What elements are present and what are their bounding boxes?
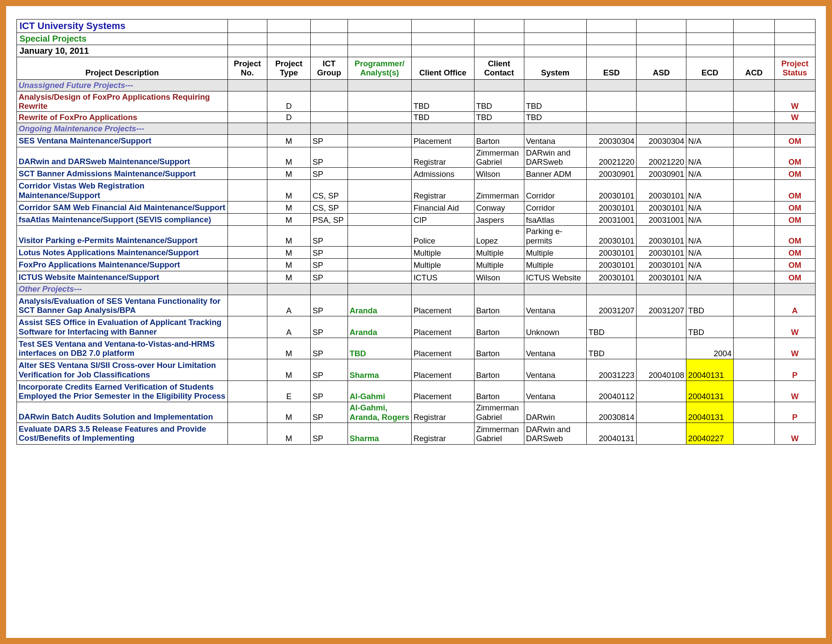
table-row: SCT Banner Admissions Maintenance/Suppor…	[17, 168, 816, 180]
hdr-contact: Client Contact	[474, 57, 524, 80]
cell-desc[interactable]: Analysis/Design of FoxPro Applications R…	[17, 91, 228, 112]
table-row: Alter SES Ventana SI/SII Cross-over Hour…	[17, 359, 816, 381]
table-row: Corridor SAM Web Financial Aid Maintenan…	[17, 201, 816, 213]
cell-system[interactable]: TBD	[524, 91, 586, 112]
cell-ptype[interactable]: D	[267, 91, 310, 112]
hdr-pno: Project No.	[228, 57, 267, 80]
table-row: Evaluate DARS 3.5 Release Features and P…	[17, 423, 816, 444]
cell-status[interactable]: W	[774, 91, 815, 112]
table-row: Analysis/Design of FoxPro Applications R…	[17, 91, 816, 112]
table-row: Test SES Ventana and Ventana-to-Vistas-a…	[17, 338, 816, 359]
title-row-2: Special Projects	[17, 33, 816, 45]
cell-ecd-highlighted[interactable]: 20040131	[686, 381, 734, 402]
table-row: Incorporate Credits Earned Verification …	[17, 381, 816, 402]
cell-ecd-highlighted[interactable]: 20040227	[686, 423, 734, 444]
cell-acd[interactable]	[734, 91, 774, 112]
table-row: DARwin and DARSweb Maintenance/Support M…	[17, 147, 816, 168]
table-row: DARwin Batch Audits Solution and Impleme…	[17, 402, 816, 423]
hdr-acd: ACD	[734, 57, 774, 80]
subtitle: Special Projects	[17, 33, 228, 45]
section-unassigned: Unassigned Future Projects---	[17, 79, 816, 91]
hdr-prog: Programmer/ Analyst(s)	[348, 57, 411, 80]
hdr-system: System	[524, 57, 586, 80]
cell-contact[interactable]: TBD	[474, 91, 524, 112]
header-row: Project Description Project No. Project …	[17, 57, 816, 80]
hdr-asd: ASD	[637, 57, 686, 80]
section-other: Other Projects---	[17, 283, 816, 295]
table-row: ICTUS Website Maintenance/Support M SP I…	[17, 271, 816, 283]
hdr-esd: ESD	[587, 57, 637, 80]
cell-ecd[interactable]	[686, 91, 734, 112]
section-label: Other Projects---	[17, 283, 228, 295]
table-row: Analysis/Evaluation of SES Ventana Funct…	[17, 295, 816, 316]
section-label: Unassigned Future Projects---	[17, 79, 228, 91]
cell-asd[interactable]	[637, 91, 686, 112]
hdr-ecd: ECD	[686, 57, 734, 80]
hdr-grp: ICT Group	[311, 57, 348, 80]
table-row: Rewrite of FoxPro Applications D TBD TBD…	[17, 112, 816, 123]
cell-prog[interactable]	[348, 91, 411, 112]
hdr-office: Client Office	[412, 57, 474, 80]
cell-ecd-highlighted[interactable]: 20040131	[686, 359, 734, 381]
hdr-status: Project Status	[774, 57, 815, 80]
table-row: FoxPro Applications Maintenance/Support …	[17, 259, 816, 271]
hdr-ptype: Project Type	[267, 57, 310, 80]
cell-esd[interactable]	[587, 91, 637, 112]
section-label: Ongoing Maintenance Projects---	[17, 123, 228, 135]
table-row: fsaAtlas Maintenance/Support (SEVIS comp…	[17, 214, 816, 226]
spreadsheet-page: ICT University Systems Special Projects …	[0, 0, 832, 644]
title-row-3: January 10, 2011	[17, 45, 816, 57]
cell-ecd-highlighted[interactable]: 20040131	[686, 402, 734, 423]
section-ongoing: Ongoing Maintenance Projects---	[17, 123, 816, 135]
table-row: Corridor Vistas Web Registration Mainten…	[17, 180, 816, 202]
table-row: Lotus Notes Applications Maintenance/Sup…	[17, 246, 816, 258]
hdr-desc: Project Description	[17, 57, 228, 80]
report-date: January 10, 2011	[17, 45, 228, 57]
table-row: Assist SES Office in Evaluation of Appli…	[17, 316, 816, 338]
table-row: Visitor Parking e-Permits Maintenance/Su…	[17, 226, 816, 247]
cell-desc[interactable]: Rewrite of FoxPro Applications	[17, 112, 228, 123]
org-title: ICT University Systems	[17, 20, 228, 33]
cell-pno[interactable]	[228, 91, 267, 112]
cell-grp[interactable]	[311, 91, 348, 112]
cell-office[interactable]: TBD	[412, 91, 474, 112]
projects-table: ICT University Systems Special Projects …	[16, 19, 816, 445]
title-row-1: ICT University Systems	[17, 20, 816, 33]
table-row: SES Ventana Maintenance/Support M SP Pla…	[17, 135, 816, 147]
